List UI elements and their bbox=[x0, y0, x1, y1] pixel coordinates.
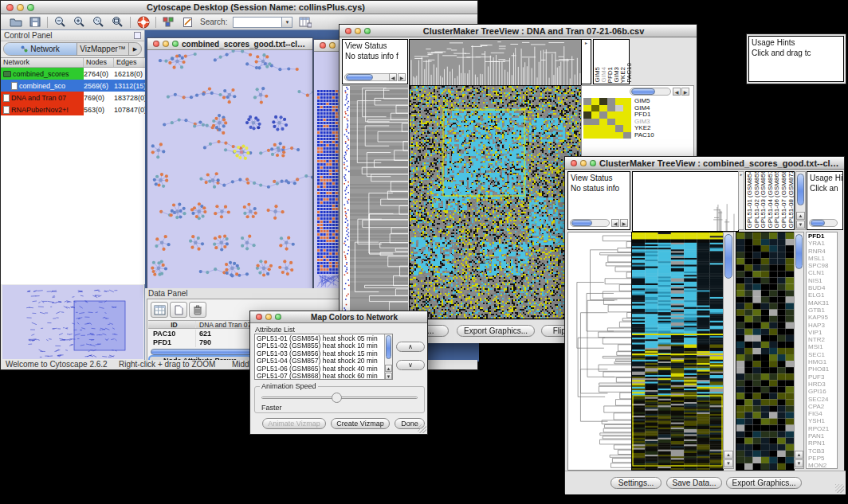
gene-label[interactable]: FIG4 bbox=[808, 410, 837, 417]
attribute-list-item[interactable]: GPL51-04 (GSM857) heat shock 20 min bbox=[257, 357, 392, 365]
heatmap-cell[interactable] bbox=[607, 132, 615, 139]
heatmap-cell[interactable] bbox=[615, 119, 623, 126]
gene-label[interactable]: CPA2 bbox=[808, 403, 837, 410]
gene-label[interactable]: YSH1 bbox=[808, 417, 837, 424]
tv1-zoom-hscroll-thumb[interactable] bbox=[631, 88, 655, 95]
vizmapper-icon[interactable] bbox=[162, 16, 175, 28]
heatmap-cell[interactable] bbox=[615, 125, 623, 132]
save-data-button[interactable]: Save Data... bbox=[666, 477, 722, 489]
scroll-up-icon[interactable]: ▲ bbox=[795, 451, 803, 459]
gene-label[interactable]: NTR2 bbox=[808, 336, 837, 343]
gene-label[interactable]: PHO81 bbox=[808, 365, 837, 373]
move-up-button[interactable]: ∧ bbox=[396, 342, 425, 352]
attribute-browser-icon[interactable] bbox=[298, 16, 312, 28]
tv2-labels-vscroll-thumb[interactable] bbox=[797, 174, 804, 205]
close-icon[interactable] bbox=[256, 314, 262, 320]
chevron-down-icon[interactable]: ▼ bbox=[282, 17, 292, 28]
minimize-icon[interactable] bbox=[355, 28, 361, 34]
zoom-window-icon[interactable] bbox=[364, 28, 371, 34]
tv2-heatmap-vscroll-thumb[interactable] bbox=[724, 234, 732, 279]
scroll-left-icon[interactable]: ◀ bbox=[611, 219, 619, 227]
tv2-top-dendrogram[interactable] bbox=[632, 171, 739, 232]
heatmap-cell[interactable] bbox=[599, 132, 607, 139]
gene-label[interactable]: GPI16 bbox=[808, 388, 837, 395]
animation-speed-slider-thumb[interactable] bbox=[332, 393, 342, 403]
attribute-list-item[interactable]: GPL51-07 (GSM868) heat shock 60 min bbox=[257, 373, 392, 380]
heatmap-cell[interactable] bbox=[591, 98, 599, 105]
treeview2-titlebar[interactable]: ClusterMaker TreeView : combined_scores_… bbox=[565, 157, 844, 170]
gene-label[interactable]: HRD3 bbox=[808, 381, 837, 388]
scroll-left-icon[interactable]: ◀ bbox=[673, 88, 681, 96]
tab-overflow-arrow[interactable]: ▶ bbox=[129, 43, 141, 55]
view-status-scroll-track[interactable] bbox=[344, 73, 394, 81]
tv1-heatmap[interactable] bbox=[409, 85, 582, 319]
attribute-list-vscroll[interactable]: ▲ ▼ bbox=[384, 334, 392, 380]
minimize-icon[interactable] bbox=[163, 41, 169, 47]
scroll-down-icon[interactable]: ▼ bbox=[795, 459, 803, 467]
network-overview-canvas[interactable] bbox=[2, 285, 143, 359]
heatmap-cell[interactable] bbox=[623, 125, 631, 132]
animate-vizmap-button[interactable]: Animate Vizmap bbox=[262, 418, 326, 429]
gene-label[interactable]: SPC98 bbox=[808, 262, 837, 269]
heatmap-cell[interactable] bbox=[615, 105, 623, 112]
gene-label[interactable]: MON2 bbox=[808, 462, 837, 469]
annotation-icon[interactable] bbox=[181, 16, 194, 28]
scroll-down-icon[interactable]: ▼ bbox=[796, 221, 805, 229]
heatmap-cell[interactable] bbox=[623, 105, 631, 112]
gene-label[interactable]: BUD4 bbox=[808, 284, 837, 291]
col-network[interactable]: Network bbox=[1, 58, 84, 67]
create-vizmap-button[interactable]: Create Vizmap bbox=[331, 418, 390, 429]
search-combobox[interactable]: ▼ bbox=[233, 17, 292, 28]
resize-grip[interactable] bbox=[418, 424, 426, 433]
zoom-window-icon[interactable] bbox=[27, 4, 34, 11]
tv2-heatmap-vscroll[interactable]: ▲ ▼ bbox=[723, 232, 734, 469]
minimize-icon[interactable] bbox=[265, 314, 272, 320]
attribute-list-vscroll-thumb[interactable] bbox=[386, 335, 391, 359]
delete-attribute-trash-icon[interactable] bbox=[189, 302, 206, 318]
minimize-icon[interactable] bbox=[17, 4, 24, 11]
gene-label[interactable]: HAP3 bbox=[808, 322, 837, 329]
heatmap-cell[interactable] bbox=[623, 111, 631, 119]
scroll-down-icon[interactable]: ▼ bbox=[385, 373, 392, 380]
tv2-zoom-vscroll-thumb[interactable] bbox=[795, 234, 803, 269]
gene-label[interactable]: SEC1 bbox=[808, 351, 837, 358]
scroll-up-icon[interactable]: ▲ bbox=[796, 212, 805, 220]
heatmap-cell[interactable] bbox=[607, 119, 615, 126]
cytoscape-titlebar[interactable]: Cytoscape Desktop (Session Name: collins… bbox=[1, 1, 477, 14]
heatmap-cell[interactable] bbox=[607, 98, 615, 105]
heatmap-cell[interactable] bbox=[599, 98, 607, 105]
tv1-left-dendrogram[interactable] bbox=[350, 85, 408, 318]
heatmap-cell[interactable] bbox=[591, 111, 599, 119]
attribute-list-item[interactable]: GPL51-01 (GSM854) heat shock 05 min bbox=[257, 335, 392, 342]
scroll-down-icon[interactable]: ▼ bbox=[724, 459, 733, 467]
heatmap-cell[interactable] bbox=[607, 125, 615, 132]
export-graphics-button[interactable]: Export Graphics... bbox=[726, 477, 802, 489]
scroll-right-icon[interactable]: ▶ bbox=[681, 88, 689, 96]
gene-label[interactable]: CLN1 bbox=[808, 269, 837, 276]
gene-label[interactable]: PUF3 bbox=[808, 373, 837, 381]
tv2-zoom-heatmap[interactable] bbox=[736, 232, 795, 471]
tv2-heatmap[interactable] bbox=[631, 232, 724, 471]
heatmap-cell[interactable] bbox=[623, 98, 631, 105]
tab-vizmapper[interactable]: VizMapper™ bbox=[77, 43, 129, 55]
search-input[interactable] bbox=[233, 17, 282, 28]
gene-label[interactable]: TCB3 bbox=[808, 447, 837, 455]
close-icon[interactable] bbox=[6, 4, 14, 11]
network-row[interactable]: RNAPuberNov2+!563(0)107847(0) bbox=[1, 104, 145, 115]
heatmap-cell[interactable] bbox=[599, 125, 607, 132]
zoom-in-icon[interactable] bbox=[73, 16, 86, 28]
network-row[interactable]: combined_scores2764(0)16218(0) bbox=[1, 68, 145, 80]
view-status-scroll-thumb[interactable] bbox=[346, 74, 373, 80]
heatmap-cell[interactable] bbox=[591, 119, 599, 126]
view-status-scroll-thumb[interactable] bbox=[571, 220, 592, 226]
gene-label[interactable]: KAP95 bbox=[808, 314, 837, 321]
settings-button[interactable]: Settings... bbox=[610, 477, 662, 489]
heatmap-cell[interactable] bbox=[623, 132, 631, 139]
tv2-labels-vscroll[interactable]: ▲ ▼ bbox=[795, 171, 806, 230]
minimize-icon[interactable] bbox=[329, 42, 336, 49]
gene-label[interactable]: SEC24 bbox=[808, 396, 837, 403]
zoom-out-icon[interactable] bbox=[53, 16, 67, 28]
tv1-zoom-heatmap[interactable] bbox=[583, 98, 631, 139]
gene-label[interactable]: NIS1 bbox=[808, 277, 837, 284]
gene-label[interactable]: MAK31 bbox=[808, 299, 837, 307]
